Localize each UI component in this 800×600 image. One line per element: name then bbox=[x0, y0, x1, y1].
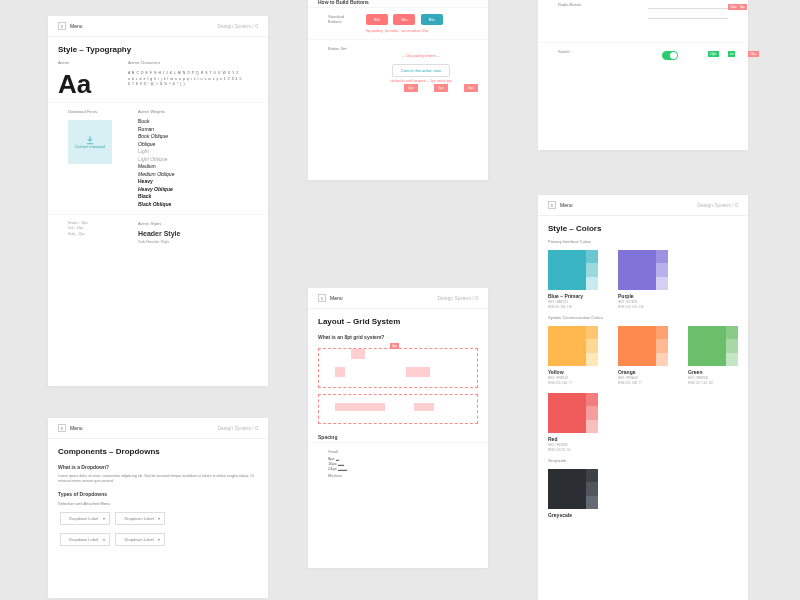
menu-icon[interactable]: ≡ bbox=[548, 201, 556, 209]
menu-label: Menu bbox=[70, 23, 83, 29]
specimen-aa: Aa bbox=[48, 67, 118, 102]
what-is-dropdown: What is a Dropdown? bbox=[48, 460, 268, 472]
switch-spec-label: Switch bbox=[548, 47, 598, 85]
dropdown-1[interactable]: Dropdown Label bbox=[60, 512, 110, 525]
menu-icon[interactable]: ≡ bbox=[58, 424, 66, 432]
greyscale-label: Greyscale bbox=[538, 456, 748, 465]
color-swatch-yellow: YellowHEX #FFB84DRGB 255, 184, 77 bbox=[548, 326, 598, 385]
color-swatch-purple: PurpleHEX #8174D8RGB 129, 116, 216 bbox=[618, 250, 668, 309]
button-spec-1: Btn bbox=[366, 14, 388, 25]
page-title: Components – Dropdowns bbox=[48, 439, 268, 460]
primary-colors-label: Primary Interface Colors bbox=[538, 237, 748, 246]
page-colors: ≡MenuDesign System / 0 Style – Colors Pr… bbox=[538, 195, 748, 600]
weight-black: Black bbox=[138, 193, 248, 201]
page-dropdowns: ≡MenuDesign System / 0 Components – Drop… bbox=[48, 418, 268, 598]
switch-diagram: on24px10px bbox=[608, 51, 728, 81]
page-grid: ≡MenuDesign System / 0 Layout – Grid Sys… bbox=[308, 288, 488, 568]
dropdown-2[interactable]: Dropdown Label bbox=[115, 512, 165, 525]
font-label: Avenir bbox=[48, 58, 118, 67]
color-swatch-red: RedHEX #F05B5BRGB 240, 91, 91 bbox=[548, 393, 598, 452]
menu-icon[interactable]: ≡ bbox=[58, 22, 66, 30]
spec-tag-1: 8px bbox=[404, 84, 418, 92]
page-buttons: Log Anonymously— outline button Log Anon… bbox=[308, 0, 488, 180]
grid-question: What is an 8pt grid system? bbox=[308, 330, 488, 342]
color-swatch-orange: OrangeHEX #FF8A4DRGB 255, 138, 77 bbox=[618, 326, 668, 385]
how-build-buttons: How to Build Buttons bbox=[308, 0, 488, 7]
spec-tag-3: 8px bbox=[464, 84, 478, 92]
weight-roman: Roman bbox=[138, 126, 248, 134]
weights-list: Book Roman Book Oblique Oblique Light Li… bbox=[128, 116, 258, 210]
dropdown-3[interactable]: Dropdown Label bbox=[60, 533, 110, 546]
weight-medium-oblique: Medium Oblique bbox=[138, 171, 248, 179]
types-label: Types of Dropdowns bbox=[48, 487, 268, 499]
menu-icon[interactable]: ≡ bbox=[318, 294, 326, 302]
button-spec-2: Btn bbox=[393, 14, 415, 25]
header-style: Header Style bbox=[128, 228, 258, 239]
page-title: Layout – Grid System bbox=[308, 309, 488, 330]
page-typography: ≡Menu Design System / 0 Style – Typograp… bbox=[48, 16, 268, 386]
download-button[interactable]: Click here to download bbox=[68, 120, 112, 164]
weight-light-oblique: Light Oblique bbox=[138, 156, 248, 164]
button-set-diagram: — 12px padding between — Cancel this act… bbox=[374, 48, 468, 98]
dropdown-description: Lorem ipsum dolor sit amet, consectetur … bbox=[48, 472, 268, 487]
page-title: Style – Colors bbox=[538, 216, 748, 237]
subheader-style: Sub Header Style bbox=[128, 239, 258, 244]
char-set: A B C D E F G H I J K L M N O P Q R S T … bbox=[118, 67, 268, 92]
color-swatch-greyscale: Greyscale bbox=[548, 469, 598, 518]
weight-medium: Medium bbox=[138, 163, 248, 171]
weight-black-oblique: Black Oblique bbox=[138, 201, 248, 209]
download-icon bbox=[85, 135, 95, 145]
spec-tag-2: 8px bbox=[434, 84, 448, 92]
button-spec-3: Btn bbox=[421, 14, 443, 25]
weights-label: Avenir Weights bbox=[128, 107, 258, 116]
page-title: Style – Typography bbox=[48, 37, 268, 58]
spacing-medium: Medium bbox=[318, 471, 478, 480]
selection-label: Selection with Attached Menu bbox=[48, 499, 268, 508]
weight-heavy-oblique: Heavy Oblique bbox=[138, 186, 248, 194]
standard-buttons-label: Standard Buttons bbox=[318, 12, 358, 26]
radio-label: Radio Button bbox=[548, 0, 598, 38]
download-text: Click here to download bbox=[75, 145, 105, 149]
weight-heavy: Heavy bbox=[138, 178, 248, 186]
dropdown-4[interactable]: Dropdown Label bbox=[115, 533, 165, 546]
page-header: ≡Menu Design System / 0 bbox=[48, 16, 268, 37]
download-label: Download Fonts bbox=[58, 107, 128, 116]
page-inputs: Switch How to Build Input Fields Checkbo… bbox=[538, 0, 748, 150]
spacing-small: Small bbox=[318, 447, 478, 456]
styles-label: Avenir Styles bbox=[128, 219, 258, 228]
weight-light: Light bbox=[138, 148, 248, 156]
color-swatch-green: GreenHEX #6BBF6BRGB 107, 191, 107 bbox=[688, 326, 738, 385]
color-swatch-blue-primary: Blue – PrimaryHEX #3AB5C4RGB 58, 181, 19… bbox=[548, 250, 598, 309]
weight-oblique: Oblique bbox=[138, 141, 248, 149]
weight-book-oblique: Book Oblique bbox=[138, 133, 248, 141]
button-set-label: Button Set bbox=[318, 44, 358, 102]
breadcrumb: Design System / 0 bbox=[217, 23, 258, 29]
system-colors-label: System Communication Colors bbox=[538, 313, 748, 322]
chars-label: Avenir Characters bbox=[118, 58, 268, 67]
weight-book: Book bbox=[138, 118, 248, 126]
grid-diagram-1: 8px bbox=[318, 348, 478, 388]
radio-diagram: 16px8px bbox=[608, 4, 728, 34]
spacing-label: Spacing bbox=[308, 430, 488, 442]
grid-diagram-2 bbox=[318, 394, 478, 424]
